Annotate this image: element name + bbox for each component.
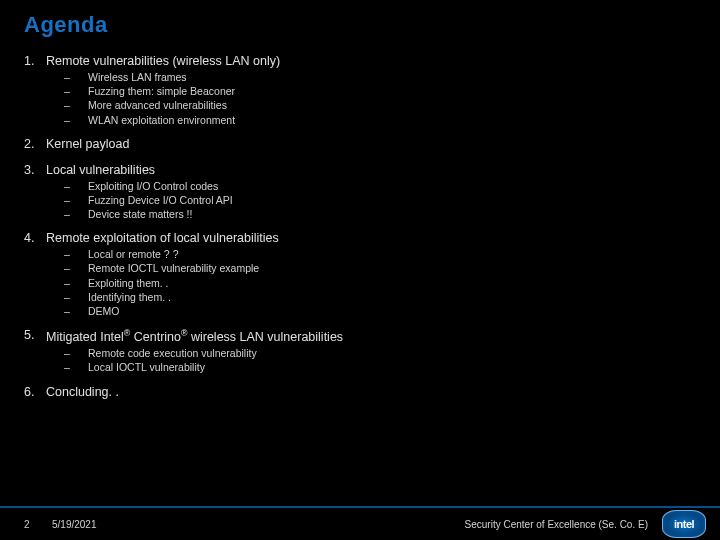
slide-title: Agenda [24,12,696,38]
sub-item: –Remote IOCTL vulnerability example [46,261,696,275]
intel-logo: intel [662,510,706,538]
item-number: 6. [24,385,46,401]
dash-icon: – [46,261,88,275]
dash-icon: – [46,84,88,98]
sub-item: –Wireless LAN frames [46,70,696,84]
agenda-item: 3.Local vulnerabilities–Exploiting I/O C… [24,163,696,222]
item-label: Remote vulnerabilities (wireless LAN onl… [46,54,696,68]
agenda-item: 4.Remote exploitation of local vulnerabi… [24,231,696,318]
sub-item-label: More advanced vulnerabilities [88,98,696,112]
sub-item-label: Fuzzing Device I/O Control API [88,193,696,207]
sub-item: –WLAN exploitation environment [46,113,696,127]
item-number: 3. [24,163,46,222]
sub-item-label: Exploiting I/O Control codes [88,179,696,193]
sub-item-label: Local IOCTL vulnerability [88,360,696,374]
dash-icon: – [46,276,88,290]
item-label: Local vulnerabilities [46,163,696,177]
agenda-item: 5.Mitigated Intel® Centrino® wireless LA… [24,328,696,375]
item-number: 4. [24,231,46,318]
sub-item: –Fuzzing Device I/O Control API [46,193,696,207]
sub-item-label: Fuzzing them: simple Beaconer [88,84,696,98]
sub-item-label: Identifying them. . [88,290,696,304]
dash-icon: – [46,346,88,360]
agenda-item: 1.Remote vulnerabilities (wireless LAN o… [24,54,696,127]
item-number: 1. [24,54,46,127]
dash-icon: – [46,70,88,84]
page-number: 2 [24,519,52,530]
sub-item-label: Exploiting them. . [88,276,696,290]
item-label: Mitigated Intel® Centrino® wireless LAN … [46,328,696,344]
sub-item-label: Device state matters !! [88,207,696,221]
item-body: Local vulnerabilities–Exploiting I/O Con… [46,163,696,222]
sub-list: –Remote code execution vulnerability–Loc… [46,346,696,374]
dash-icon: – [46,207,88,221]
sub-list: –Wireless LAN frames–Fuzzing them: simpl… [46,70,696,127]
footer-org: Security Center of Excellence (Se. Co. E… [465,519,648,530]
sub-item: –Local or remote ? ? [46,247,696,261]
item-label: Kernel payload [46,137,696,151]
sub-item-label: WLAN exploitation environment [88,113,696,127]
item-body: Remote vulnerabilities (wireless LAN onl… [46,54,696,127]
item-number: 2. [24,137,46,153]
footer-date: 5/19/2021 [52,519,97,530]
intel-logo-text: intel [674,518,694,530]
sub-item: –Remote code execution vulnerability [46,346,696,360]
dash-icon: – [46,304,88,318]
dash-icon: – [46,193,88,207]
dash-icon: – [46,179,88,193]
sub-item: –Identifying them. . [46,290,696,304]
item-body: Remote exploitation of local vulnerabili… [46,231,696,318]
sub-item-label: Remote IOCTL vulnerability example [88,261,696,275]
sub-item: –Fuzzing them: simple Beaconer [46,84,696,98]
sub-item-label: DEMO [88,304,696,318]
sub-item-label: Remote code execution vulnerability [88,346,696,360]
sub-item-label: Local or remote ? ? [88,247,696,261]
item-body: Kernel payload [46,137,696,153]
slide-footer: 2 5/19/2021 Security Center of Excellenc… [0,506,720,540]
item-label: Remote exploitation of local vulnerabili… [46,231,696,245]
sub-item: –Exploiting them. . [46,276,696,290]
agenda-list: 1.Remote vulnerabilities (wireless LAN o… [24,54,696,401]
slide-body: Agenda 1.Remote vulnerabilities (wireles… [0,0,720,401]
item-label: Concluding. . [46,385,696,399]
sub-item-label: Wireless LAN frames [88,70,696,84]
dash-icon: – [46,113,88,127]
item-body: Concluding. . [46,385,696,401]
sub-item: –Local IOCTL vulnerability [46,360,696,374]
dash-icon: – [46,290,88,304]
sub-item: –DEMO [46,304,696,318]
dash-icon: – [46,247,88,261]
item-body: Mitigated Intel® Centrino® wireless LAN … [46,328,696,375]
dash-icon: – [46,98,88,112]
dash-icon: – [46,360,88,374]
sub-list: –Local or remote ? ?–Remote IOCTL vulner… [46,247,696,318]
agenda-item: 2.Kernel payload [24,137,696,153]
sub-list: –Exploiting I/O Control codes–Fuzzing De… [46,179,696,222]
sub-item: –Exploiting I/O Control codes [46,179,696,193]
sub-item: –Device state matters !! [46,207,696,221]
agenda-item: 6.Concluding. . [24,385,696,401]
item-number: 5. [24,328,46,375]
sub-item: –More advanced vulnerabilities [46,98,696,112]
